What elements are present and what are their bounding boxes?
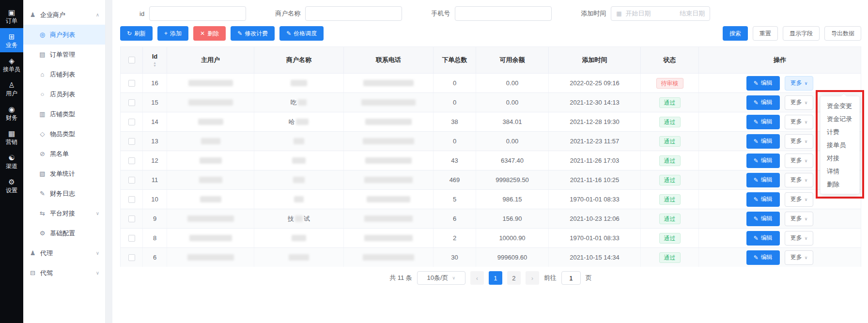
merchant-name-filter-input[interactable] — [305, 6, 402, 21]
rail-item-orders[interactable]: ▣订单 — [0, 4, 23, 28]
sidebar-item-item-type[interactable]: ◇物品类型 — [23, 124, 105, 144]
rail-item-users[interactable]: ♙用户 — [0, 77, 23, 101]
sidebar-item-order-management[interactable]: ▤订单管理 — [23, 45, 105, 64]
row-checkbox[interactable] — [128, 99, 135, 106]
more-button[interactable]: 更多∨ — [785, 95, 814, 110]
table-row: 10 5 986.15 1970-01-01 08:33 通过 ✎编辑 更多∨ — [121, 189, 861, 209]
calendar-icon: ▦ — [616, 10, 621, 17]
show-fields-button[interactable]: 显示字段 — [783, 26, 820, 41]
next-page-button[interactable]: › — [526, 271, 539, 285]
row-checkbox[interactable] — [128, 157, 135, 164]
dropdown-item-delete[interactable]: 删除 — [821, 178, 859, 191]
rail-item-riders[interactable]: ◈接单员 — [0, 52, 23, 77]
edit-button[interactable]: ✎编辑 — [746, 250, 780, 265]
row-checkbox[interactable] — [128, 196, 135, 203]
edit-button[interactable]: ✎编辑 — [746, 115, 780, 129]
shop-type-icon: ▥ — [39, 110, 46, 118]
sidebar-group-enterprise-merchants[interactable]: ♟企业商户∧ — [23, 5, 105, 25]
sort-control[interactable]: ▲▼ — [153, 62, 156, 67]
rail-item-settings[interactable]: ⚙设置 — [0, 173, 23, 198]
page-2-button[interactable]: 2 — [507, 271, 521, 285]
cell-id: 15 — [143, 93, 167, 112]
rail-item-business[interactable]: ⊞业务 — [0, 28, 23, 52]
more-button[interactable]: 更多∨ — [785, 212, 814, 226]
edit-button[interactable]: ✎编辑 — [746, 95, 780, 110]
date-range-picker[interactable]: ▦ 开始日期 结束日期 — [611, 6, 710, 21]
price-adjust-button[interactable]: ✎价格调度 — [279, 26, 324, 41]
more-button[interactable]: 更多∨ — [785, 76, 814, 91]
cell-merchant-name: 技试 — [254, 209, 344, 228]
cell-order-count: 43 — [434, 151, 476, 170]
cell-order-count: 0 — [434, 93, 476, 112]
delete-button[interactable]: ✕删除 — [193, 26, 226, 41]
edit-button[interactable]: ✎编辑 — [746, 154, 780, 168]
refresh-button[interactable]: ↻刷新 — [120, 26, 153, 41]
prev-page-button[interactable]: ‹ — [470, 271, 484, 285]
edit-button[interactable]: ✎编辑 — [746, 212, 780, 226]
more-button[interactable]: 更多∨ — [785, 192, 814, 207]
rail-item-channels[interactable]: ☯渠道 — [0, 149, 23, 173]
page-size-select[interactable]: 10条/页 ∨ — [417, 271, 465, 285]
edit-button[interactable]: ✎编辑 — [746, 192, 780, 207]
sidebar-item-finance-log[interactable]: ✎财务日志 — [23, 184, 105, 203]
chevron-down-icon: ∨ — [805, 139, 808, 144]
cell-merchant-name — [254, 74, 344, 92]
row-checkbox[interactable] — [128, 254, 135, 261]
status-badge: 通过 — [659, 97, 681, 108]
dropdown-item-fund-records[interactable]: 资金记录 — [821, 112, 859, 125]
more-button[interactable]: 更多∨ — [785, 115, 814, 129]
more-button[interactable]: 更多∨ — [785, 231, 814, 246]
more-button[interactable]: 更多∨ — [785, 250, 814, 265]
merchant-name-filter-label: 商户名称 — [275, 9, 300, 18]
phone-filter-input[interactable] — [455, 6, 552, 21]
row-checkbox[interactable] — [128, 80, 135, 87]
row-checkbox[interactable] — [128, 119, 135, 125]
table-row: 6 30 999609.60 2021-10-15 14:34 通过 ✎编辑 更… — [121, 247, 861, 267]
status-badge: 通过 — [659, 214, 681, 224]
goto-page-input[interactable] — [561, 271, 581, 285]
reset-button[interactable]: 重置 — [753, 26, 778, 41]
export-data-button[interactable]: 导出数据 — [824, 26, 861, 41]
cell-order-count: 2 — [434, 229, 476, 247]
redacted-main-user — [187, 215, 234, 222]
row-checkbox[interactable] — [128, 215, 135, 222]
edit-button[interactable]: ✎编辑 — [746, 134, 780, 149]
add-button[interactable]: +添加 — [157, 26, 188, 41]
sidebar-item-merchant-list[interactable]: ◎商户列表 — [23, 25, 105, 45]
edit-button[interactable]: ✎编辑 — [746, 231, 780, 246]
column-header-actions: 操作 — [699, 47, 861, 73]
dropdown-item-fund-change[interactable]: 资金变更 — [821, 99, 859, 112]
sidebar-group-agent[interactable]: ♟代理∨ — [23, 243, 105, 263]
column-header-status: 状态 — [641, 47, 699, 73]
dropdown-item-billing[interactable]: 计费 — [821, 125, 859, 138]
row-checkbox[interactable] — [128, 138, 135, 145]
sidebar-item-dispatch-stats[interactable]: ▧发单统计 — [23, 164, 105, 184]
dropdown-item-integration[interactable]: 对接 — [821, 152, 859, 165]
select-all-checkbox[interactable] — [128, 57, 135, 63]
sidebar-item-shop-list[interactable]: ⌂店铺列表 — [23, 64, 105, 84]
table-row: 16 0 0.00 2022-02-25 09:16 待审核 ✎编辑 更多∨ — [121, 73, 861, 92]
rail-item-finance[interactable]: ◉财务 — [0, 101, 23, 125]
sidebar-group-driving[interactable]: ⊟代驾∨ — [23, 263, 105, 283]
more-button[interactable]: 更多∨ — [785, 134, 814, 149]
dropdown-item-details[interactable]: 详情 — [821, 165, 859, 178]
edit-billing-button[interactable]: ✎修改计费 — [231, 26, 275, 41]
sidebar-item-clerk-list[interactable]: ○店员列表 — [23, 84, 105, 104]
more-button[interactable]: 更多∨ — [785, 154, 814, 168]
search-button[interactable]: 搜索 — [723, 26, 748, 41]
sidebar-item-blacklist[interactable]: ⊘黑名单 — [23, 144, 105, 164]
redacted-merchant-name — [291, 80, 307, 86]
more-button[interactable]: 更多∨ — [785, 173, 814, 187]
sort-down-icon[interactable]: ▼ — [153, 64, 156, 67]
dropdown-item-order-taker[interactable]: 接单员 — [821, 138, 859, 152]
sidebar-item-shop-type[interactable]: ▥店铺类型 — [23, 104, 105, 124]
sidebar-item-base-config[interactable]: ⚙基础配置 — [23, 223, 105, 243]
id-filter-input[interactable] — [149, 6, 246, 21]
edit-button[interactable]: ✎编辑 — [746, 76, 780, 91]
row-checkbox[interactable] — [128, 235, 135, 242]
sidebar-item-platform-integration[interactable]: ⇆平台对接∨ — [23, 203, 105, 223]
rail-item-marketing[interactable]: ▦营销 — [0, 125, 23, 149]
page-1-button[interactable]: 1 — [489, 271, 502, 285]
edit-button[interactable]: ✎编辑 — [746, 173, 780, 187]
row-checkbox[interactable] — [128, 177, 135, 184]
